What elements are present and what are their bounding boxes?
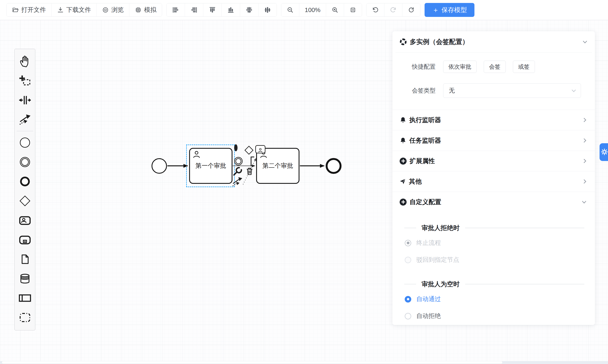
append-user-task-button[interactable]	[255, 145, 265, 153]
create-end-event[interactable]	[15, 172, 35, 191]
open-file-button[interactable]: 打开文件	[7, 3, 52, 16]
chevron-right-icon	[582, 138, 586, 143]
align-top-button[interactable]	[203, 3, 222, 16]
zoom-in-button[interactable]	[326, 3, 344, 16]
align-right-button[interactable]	[185, 3, 203, 16]
countersign-type-select[interactable]: 无	[443, 83, 581, 98]
palette	[14, 49, 35, 330]
global-connect-tool[interactable]	[15, 110, 35, 129]
append-intermediate-event-button[interactable]	[234, 157, 243, 165]
create-start-event[interactable]	[15, 133, 35, 152]
radio-auto-pass[interactable]: 自动通过	[392, 291, 595, 308]
radio-label: 终止流程	[416, 239, 441, 247]
simulate-label: 模拟	[144, 6, 156, 14]
start-event-shape[interactable]	[152, 158, 167, 174]
end-event-icon	[20, 177, 30, 186]
eye-icon	[102, 7, 109, 13]
multi-instance-header[interactable]: 多实例（会签配置）	[392, 31, 595, 52]
align-left-icon	[172, 6, 179, 13]
gateway-icon	[245, 146, 253, 155]
quick-option-sequential[interactable]: 依次审批	[443, 61, 476, 73]
align-center-vertical-icon	[264, 6, 271, 13]
section-other[interactable]: 其他	[392, 171, 595, 192]
horizontal-scrollbar-thumb[interactable]	[2, 361, 502, 364]
align-bottom-button[interactable]	[222, 3, 240, 16]
multi-instance-icon	[400, 38, 407, 45]
quick-option-countersign[interactable]: 会签	[484, 61, 506, 73]
append-gateway-button[interactable]	[245, 146, 253, 155]
undo-button[interactable]	[367, 3, 384, 16]
panel-title: 多实例（会签配置）	[410, 37, 581, 46]
radio-return-to-node[interactable]: 驳回到指定节点	[392, 251, 595, 268]
trash-icon	[245, 173, 254, 176]
append-end-event-button[interactable]	[234, 146, 238, 150]
chip-icon	[135, 7, 142, 13]
sub-title-text: 审批人拒绝时	[422, 224, 460, 232]
lasso-tool[interactable]	[15, 71, 35, 91]
send-icon	[400, 178, 406, 185]
align-top-icon	[209, 6, 216, 13]
zoom-level: 100%	[299, 3, 326, 16]
create-user-task[interactable]	[15, 211, 35, 230]
refresh-button[interactable]	[402, 3, 420, 16]
connect-tool-button[interactable]	[232, 176, 243, 188]
create-intermediate-event[interactable]	[15, 152, 35, 172]
section-execution-listener[interactable]: 执行监听器	[392, 110, 595, 130]
align-center-horizontal-button[interactable]	[240, 3, 258, 16]
zoom-out-icon	[287, 7, 293, 13]
open-file-label: 打开文件	[21, 6, 46, 14]
settings-toggle-tab[interactable]	[600, 143, 608, 161]
section-label: 执行监听器	[409, 116, 580, 124]
create-subprocess[interactable]	[15, 230, 35, 249]
section-extended-properties[interactable]: 扩展属性	[392, 151, 595, 171]
change-type-button[interactable]	[232, 166, 243, 177]
section-label: 扩展属性	[410, 157, 580, 165]
delete-button[interactable]	[245, 167, 254, 176]
refresh-icon	[408, 7, 415, 13]
create-data-object[interactable]	[15, 249, 35, 269]
radio-label: 自动拒绝	[416, 312, 441, 320]
radio-terminate-process[interactable]: 终止流程	[392, 234, 595, 251]
section-custom-config[interactable]: 自定义配置	[392, 192, 595, 212]
radio-label: 自动通过	[416, 295, 441, 303]
end-event-shape[interactable]	[326, 158, 342, 174]
download-icon	[57, 7, 64, 13]
start-event-icon	[20, 138, 30, 148]
approver-reject-title: 审批人拒绝时	[392, 221, 595, 234]
user-task-icon	[255, 145, 265, 153]
horizontal-scrollbar-track[interactable]	[0, 361, 608, 364]
simulate-button[interactable]: 模拟	[129, 3, 162, 16]
space-tool[interactable]	[15, 91, 35, 110]
create-data-store[interactable]	[15, 269, 35, 288]
zoom-out-button[interactable]	[281, 3, 299, 16]
create-gateway[interactable]	[15, 191, 35, 211]
bell-icon	[400, 117, 406, 123]
create-group[interactable]	[15, 308, 35, 327]
quick-option-orsign[interactable]: 或签	[513, 61, 535, 73]
chevron-right-icon	[582, 118, 586, 122]
radio-auto-reject[interactable]: 自动拒绝	[392, 308, 595, 325]
radio-label: 驳回到指定节点	[416, 256, 459, 264]
append-text-annotation-button[interactable]	[251, 156, 254, 166]
download-file-button[interactable]: 下载文件	[52, 3, 97, 16]
align-left-button[interactable]	[167, 3, 185, 16]
file-toolbar-group: 打开文件 下载文件 浏览 模拟	[6, 3, 162, 17]
palette-separator	[17, 131, 33, 131]
zoom-toolbar-group: 100%	[281, 3, 362, 17]
radio-assign-member[interactable]: 指定成员审批	[392, 325, 595, 325]
task-first-approval[interactable]: 第一个审批	[189, 148, 232, 184]
hand-tool[interactable]	[15, 52, 35, 71]
bpmn-designer-app: 打开文件 下载文件 浏览 模拟	[0, 0, 608, 364]
save-model-button[interactable]: ＋ 保存模型	[424, 3, 475, 17]
user-task-icon	[192, 150, 201, 160]
align-center-vertical-button[interactable]	[258, 3, 277, 16]
undo-icon	[372, 7, 379, 13]
fit-view-button[interactable]	[344, 3, 362, 16]
section-task-listener[interactable]: 任务监听器	[392, 130, 595, 151]
text-annotation-icon	[251, 156, 254, 166]
redo-button[interactable]	[384, 3, 402, 16]
radio-button-icon	[405, 240, 411, 246]
preview-button[interactable]: 浏览	[97, 3, 129, 16]
task-label: 第一个审批	[196, 162, 226, 170]
create-participant[interactable]	[15, 288, 35, 308]
